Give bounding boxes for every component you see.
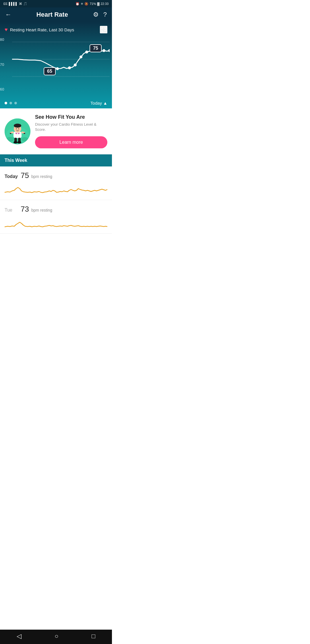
promo-description: Discover your Cardio Fitness Level & Sco… — [35, 122, 107, 132]
carrier: EE — [3, 2, 8, 5]
y-label-60: 60 — [0, 87, 9, 91]
svg-point-5 — [74, 64, 77, 66]
learn-more-button[interactable]: Learn more — [35, 136, 107, 148]
chart-wrapper: 80 70 60 — [0, 36, 112, 99]
status-bar: EE ▌▌▌▌ ⌘ 🎵 ⏰ ✳ 🔕 71% ▓ 22:33 — [0, 0, 112, 7]
bpm-value-tue: 73 — [21, 205, 29, 214]
svg-point-10 — [102, 49, 105, 52]
status-left: EE ▌▌▌▌ ⌘ 🎵 — [3, 2, 27, 6]
svg-point-3 — [56, 67, 59, 70]
promo-content: See How Fit You Are Discover your Cardio… — [35, 114, 107, 148]
page-title: Heart Rate — [36, 11, 68, 18]
y-label-70: 70 — [0, 62, 9, 67]
header-icons: ⚙ ? — [93, 11, 107, 18]
svg-rect-22 — [16, 134, 19, 135]
chart-title-text: Resting Heart Rate, Last 30 Days — [10, 27, 74, 32]
chart-y-labels: 80 70 60 — [0, 36, 9, 93]
app-header: ← Heart Rate ⚙ ? — [0, 7, 112, 22]
svg-point-6 — [80, 55, 82, 58]
status-right: ⏰ ✳ 🔕 71% ▓ 22:33 — [75, 2, 108, 6]
svg-point-7 — [85, 51, 88, 53]
clock: 22:33 — [100, 2, 108, 5]
bpm-unit-tue: bpm resting — [31, 208, 52, 212]
promo-card: See How Fit You Are Discover your Cardio… — [0, 108, 112, 154]
help-button[interactable]: ? — [103, 11, 107, 18]
today-label: Today ▲ — [90, 101, 107, 106]
dot-3[interactable] — [14, 102, 17, 104]
signal-icon: ▌▌▌▌ — [9, 2, 18, 5]
alarm-icon: ⏰ — [75, 2, 80, 6]
battery-icon: ▓ — [97, 2, 99, 5]
today-arrow-icon: ▲ — [103, 101, 107, 106]
heart-rate-chart: ♥ Resting Heart Rate, Last 30 Days 80 70… — [0, 22, 112, 108]
bluetooth-icon: ✳ — [81, 2, 83, 6]
svg-point-30 — [17, 141, 21, 143]
heart-icon: ♥ — [5, 27, 8, 33]
svg-point-29 — [13, 141, 18, 143]
svg-point-11 — [108, 49, 110, 52]
music-icon: 🎵 — [23, 2, 27, 6]
day-label-tue: Tue — [5, 208, 18, 213]
chart-svg-area: 75 65 — [12, 36, 110, 94]
svg-rect-25 — [10, 133, 11, 134]
back-button[interactable]: ← — [5, 11, 11, 18]
battery-percent: 71% — [90, 2, 96, 5]
svg-point-20 — [18, 128, 19, 129]
day-row-tue: Tue 73 bpm resting — [0, 200, 112, 234]
svg-point-15 — [21, 137, 28, 141]
chart-title-row: ♥ Resting Heart Rate, Last 30 Days — [0, 26, 112, 36]
day-label-today: Today — [5, 174, 18, 179]
sparkline-today — [5, 182, 107, 198]
day-row-today-header: Today 75 bpm resting — [5, 171, 107, 180]
svg-point-14 — [6, 137, 14, 141]
chart-title: ♥ Resting Heart Rate, Last 30 Days — [5, 27, 74, 33]
svg-rect-26 — [24, 133, 25, 134]
bpm-value-today: 75 — [21, 171, 29, 180]
svg-point-4 — [68, 66, 71, 69]
chart-bottom-row: Today ▲ — [0, 99, 112, 108]
svg-point-19 — [16, 128, 17, 129]
svg-point-18 — [14, 124, 21, 128]
bpm-unit-today: bpm resting — [31, 174, 52, 179]
wifi-icon: ⌘ — [19, 2, 22, 6]
expand-button[interactable] — [100, 26, 107, 33]
dot-2[interactable] — [9, 102, 12, 104]
promo-avatar — [5, 118, 30, 144]
day-row-tue-header: Tue 73 bpm resting — [5, 205, 107, 214]
data-label-65: 65 — [44, 67, 56, 75]
data-label-75: 75 — [90, 44, 102, 52]
today-text: Today — [90, 101, 102, 106]
promo-title: See How Fit You Are — [35, 114, 107, 120]
sparkline-tue — [5, 216, 107, 232]
dot-1[interactable] — [5, 102, 7, 104]
chart-page-dots — [5, 102, 17, 104]
mute-icon: 🔕 — [84, 2, 88, 6]
day-row-today: Today 75 bpm resting — [0, 166, 112, 200]
y-label-80: 80 — [0, 37, 9, 42]
settings-button[interactable]: ⚙ — [93, 11, 99, 18]
week-section-header: This Week — [0, 154, 112, 166]
